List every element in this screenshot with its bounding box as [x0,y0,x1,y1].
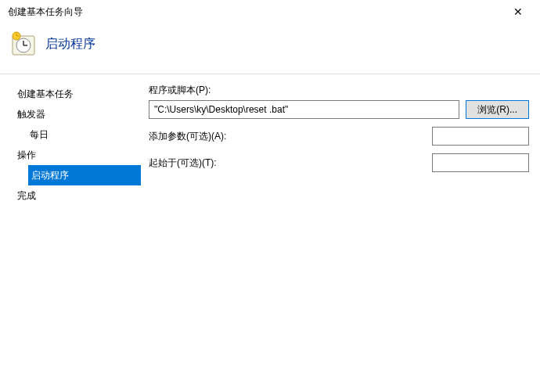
step-trigger[interactable]: 触发器 [16,104,149,124]
start-in-input[interactable] [432,153,529,172]
step-trigger-daily[interactable]: 每日 [16,124,149,145]
program-label: 程序或脚本(P): [149,84,529,97]
close-icon: ✕ [513,5,523,18]
step-create-basic-task[interactable]: 创建基本任务 [16,84,149,104]
step-finish[interactable]: 完成 [16,185,149,206]
close-button[interactable]: ✕ [502,1,534,23]
program-path-input[interactable] [149,100,459,119]
page-title: 启动程序 [45,36,95,52]
browse-button[interactable]: 浏览(R)... [466,100,529,119]
wizard-steps-sidebar: 创建基本任务 触发器 每日 操作 启动程序 完成 [0,84,149,206]
arguments-label: 添加参数(可选)(A): [149,130,415,143]
wizard-clock-icon [11,31,36,56]
step-action-start-program[interactable]: 启动程序 [28,165,141,185]
arguments-input[interactable] [432,127,529,146]
start-in-label: 起始于(可选)(T): [149,156,415,170]
window-title: 创建基本任务向导 [8,5,83,19]
step-action[interactable]: 操作 [16,145,149,165]
